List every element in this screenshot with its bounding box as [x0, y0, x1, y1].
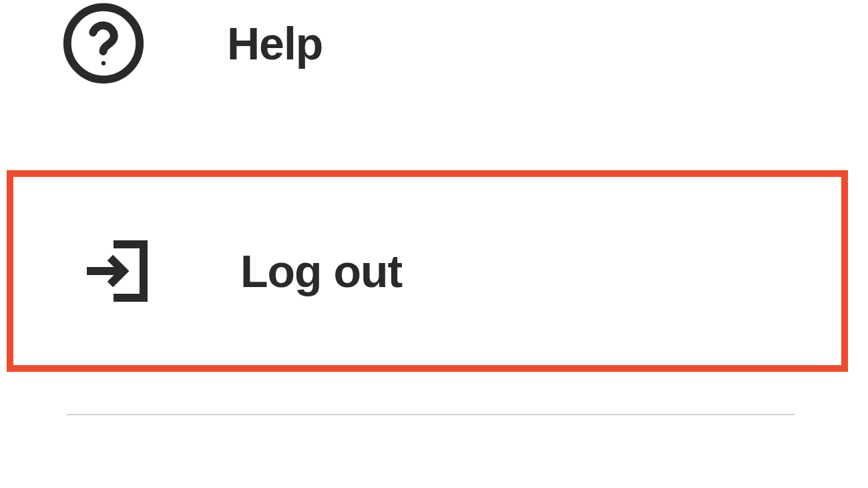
menu-item-logout-label: Log out [240, 245, 402, 297]
menu-item-help-label: Help [227, 17, 322, 69]
divider [67, 414, 795, 415]
logout-icon [73, 228, 160, 314]
menu-item-logout[interactable]: Log out [7, 170, 848, 372]
svg-point-1 [101, 61, 106, 66]
menu-item-help[interactable]: Help [0, 0, 868, 87]
help-circle-icon [60, 0, 147, 87]
